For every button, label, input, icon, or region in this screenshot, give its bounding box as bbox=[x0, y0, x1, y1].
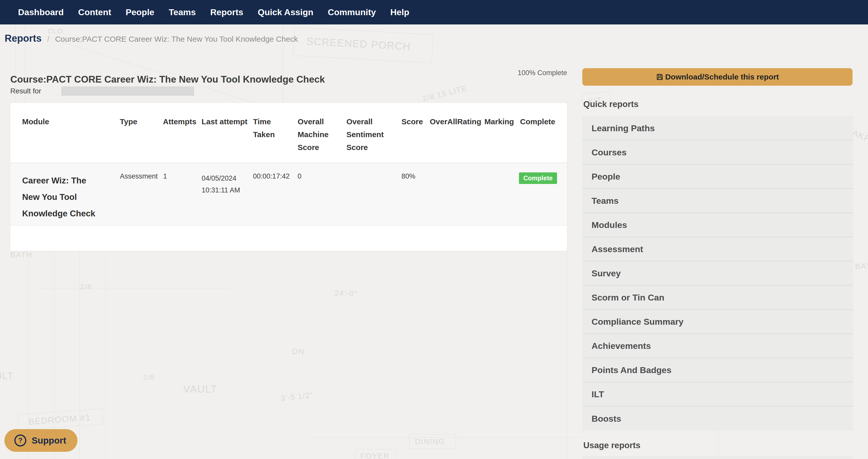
blueprint-label: DINING bbox=[415, 437, 445, 446]
redacted-user-name-block bbox=[61, 87, 194, 96]
column-header-attempts: Attempts bbox=[163, 115, 202, 128]
save-floppy-icon bbox=[656, 73, 663, 81]
reports-page: SCREENED PORCH 2/8 15 LITE BREAKFAST CLO… bbox=[0, 0, 868, 459]
quick-report-label: Modules bbox=[592, 220, 627, 230]
column-header-complete: Complete bbox=[519, 115, 555, 128]
quick-report-item-people[interactable]: People bbox=[582, 165, 853, 189]
nav-item-teams[interactable]: Teams bbox=[169, 7, 196, 17]
quick-report-label: Courses bbox=[592, 147, 626, 158]
column-header-type: Type bbox=[120, 115, 163, 128]
blueprint-label: BEDROOM #1 bbox=[28, 413, 91, 427]
download-button-label: Download/Schedule this report bbox=[665, 72, 779, 81]
blueprint-label: 2/8 bbox=[80, 283, 92, 291]
column-header-module: Module bbox=[22, 115, 120, 128]
breadcrumb: Reports / Course:PACT CORE Career Wiz: T… bbox=[5, 33, 298, 44]
support-button[interactable]: ? Support bbox=[4, 429, 78, 452]
blueprint-label: VAULT bbox=[0, 371, 13, 381]
cell-type: Assessment bbox=[120, 172, 163, 181]
blueprint-label: 2/8 bbox=[143, 373, 155, 381]
cell-complete: Complete bbox=[519, 172, 555, 184]
nav-item-content[interactable]: Content bbox=[78, 7, 111, 17]
blueprint-label: 2/8 15 LITE bbox=[422, 84, 468, 103]
cell-overall-machine-score: 0 bbox=[298, 172, 346, 181]
blueprint-label: 24'-0" bbox=[334, 288, 358, 298]
column-header-overall-sentiment-score: Overall Sentiment Score bbox=[346, 115, 402, 154]
blueprint-label: VAULT bbox=[183, 383, 218, 395]
quick-reports-list: Learning Paths Courses People Teams Modu… bbox=[582, 116, 853, 431]
quick-report-label: Learning Paths bbox=[592, 123, 655, 133]
nav-item-reports[interactable]: Reports bbox=[210, 7, 243, 17]
quick-report-item-assessment[interactable]: Assessment bbox=[582, 237, 853, 261]
completion-percent-label: 100% Complete bbox=[10, 69, 567, 77]
quick-report-item-survey[interactable]: Survey bbox=[582, 261, 853, 286]
blueprint-label: FOYER bbox=[361, 452, 390, 459]
quick-report-label: Teams bbox=[592, 196, 619, 206]
quick-report-label: Scorm or Tin Can bbox=[592, 293, 664, 302]
nav-item-community[interactable]: Community bbox=[328, 7, 376, 17]
result-for-label: Result for bbox=[10, 87, 41, 95]
download-schedule-report-button[interactable]: Download/Schedule this report bbox=[582, 68, 852, 86]
quick-report-item-compliance-summary[interactable]: Compliance Summary bbox=[582, 310, 853, 334]
support-button-label: Support bbox=[32, 435, 66, 446]
quick-report-item-boosts[interactable]: Boosts bbox=[582, 406, 853, 431]
cell-last-attempt-date: 04/05/2024 bbox=[202, 174, 236, 182]
quick-report-label: Boosts bbox=[592, 414, 621, 424]
quick-report-label: People bbox=[592, 172, 620, 182]
nav-item-people[interactable]: People bbox=[126, 7, 154, 17]
cell-last-attempt: 04/05/2024 10:31:11 AM bbox=[202, 172, 253, 196]
column-header-score: Score bbox=[402, 115, 430, 128]
top-navbar: Dashboard Content People Teams Reports Q… bbox=[0, 0, 868, 25]
usage-reports-heading: Usage reports bbox=[583, 440, 641, 450]
status-badge-complete: Complete bbox=[519, 172, 557, 184]
quick-report-item-courses[interactable]: Courses bbox=[582, 140, 853, 165]
blueprint-label: SCREENED PORCH bbox=[306, 35, 411, 52]
nav-item-quick-assign[interactable]: Quick Assign bbox=[258, 7, 313, 17]
quick-report-item-teams[interactable]: Teams bbox=[582, 189, 853, 213]
breadcrumb-separator: / bbox=[48, 35, 50, 43]
usage-report-item-partial[interactable] bbox=[582, 456, 853, 459]
column-header-last-attempt: Last attempt bbox=[202, 115, 253, 128]
cell-time-taken: 00:00:17:42 bbox=[253, 172, 298, 181]
blueprint-label: BATH bbox=[855, 262, 868, 270]
quick-report-label: Assessment bbox=[592, 244, 643, 254]
quick-report-label: Survey bbox=[592, 268, 621, 278]
quick-report-item-points-and-badges[interactable]: Points And Badges bbox=[582, 358, 853, 382]
column-header-overall-machine-score: Overall Machine Score bbox=[298, 115, 346, 154]
cell-module: Career Wiz: The New You Tool Knowledge C… bbox=[22, 172, 120, 222]
quick-report-label: ILT bbox=[592, 389, 604, 399]
cell-score: 80% bbox=[402, 172, 430, 181]
quick-report-item-scorm-or-tin-can[interactable]: Scorm or Tin Can bbox=[582, 286, 853, 310]
quick-report-label: Achievements bbox=[592, 341, 651, 351]
nav-item-help[interactable]: Help bbox=[390, 7, 409, 17]
blueprint-label: DN bbox=[292, 347, 304, 356]
blueprint-label: 3'-5 1/2" bbox=[280, 391, 314, 402]
column-header-time-taken: Time Taken bbox=[253, 115, 298, 141]
column-header-overallrating: OverAllRating bbox=[430, 115, 484, 128]
svg-text:?: ? bbox=[18, 436, 22, 444]
quick-report-item-achievements[interactable]: Achievements bbox=[582, 334, 853, 358]
quick-report-label: Compliance Summary bbox=[592, 317, 683, 327]
table-header-row: Module Type Attempts Last attempt Time T… bbox=[10, 103, 567, 163]
blueprint-label: BATH bbox=[10, 250, 32, 259]
cell-last-attempt-time: 10:31:11 AM bbox=[202, 186, 240, 194]
nav-item-dashboard[interactable]: Dashboard bbox=[18, 7, 64, 17]
quick-report-item-learning-paths[interactable]: Learning Paths bbox=[582, 116, 853, 140]
results-card: Module Type Attempts Last attempt Time T… bbox=[10, 103, 567, 251]
table-row: Career Wiz: The New You Tool Knowledge C… bbox=[10, 163, 567, 226]
column-header-marking: Marking bbox=[485, 115, 519, 128]
quick-report-item-ilt[interactable]: ILT bbox=[582, 382, 853, 406]
quick-report-label: Points And Badges bbox=[592, 365, 671, 375]
question-mark-icon: ? bbox=[13, 434, 27, 447]
cell-attempts: 1 bbox=[163, 172, 202, 181]
quick-reports-heading: Quick reports bbox=[583, 99, 639, 109]
quick-report-item-modules[interactable]: Modules bbox=[582, 213, 853, 237]
breadcrumb-current-page: Course:PACT CORE Career Wiz: The New You… bbox=[55, 35, 298, 43]
result-for-row: Result for bbox=[10, 87, 194, 96]
breadcrumb-reports-link[interactable]: Reports bbox=[5, 33, 42, 44]
